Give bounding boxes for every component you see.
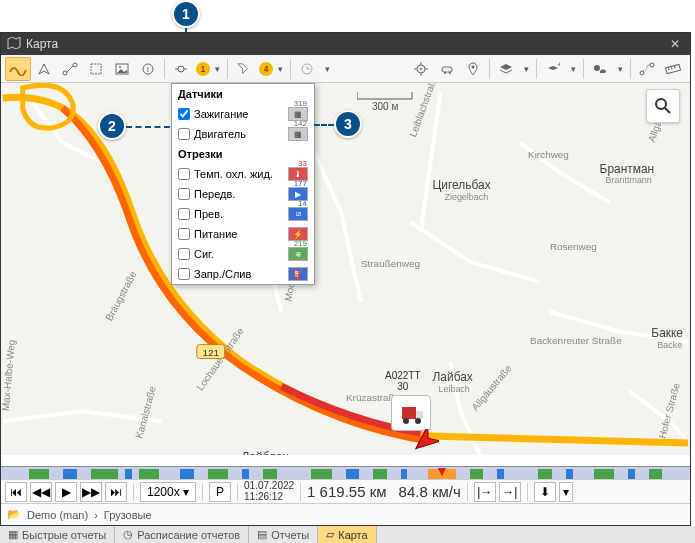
engine-label: Двигатель [194,128,246,140]
svg-line-59 [665,108,670,113]
dropdown-item-signal[interactable]: Сиг. 219≋ [172,244,314,264]
coolant-label: Темп. охл. жид. [194,168,273,180]
sensors-button[interactable] [168,57,194,81]
skip-end-button[interactable]: ⏭ [105,482,127,502]
doc-icon: ▤ [257,528,267,541]
svg-text:Bräugstraße: Bräugstraße [103,269,139,323]
dropdown-item-move[interactable]: Передв. 177▶ [172,184,314,204]
layers-button[interactable] [493,57,519,81]
svg-text:Kanalstraße: Kanalstraße [133,385,158,440]
svg-point-23 [594,65,600,71]
tab-map[interactable]: ▱Карта [318,526,376,543]
ruler-button[interactable] [660,57,686,81]
search-button[interactable] [646,89,680,123]
weather-dropdown-arrow[interactable]: ▾ [613,57,627,81]
dropdown-item-fuel[interactable]: Запр./Слив ⛽ [172,264,314,284]
svg-text:Backenreuter Straße: Backenreuter Straße [530,335,622,346]
jump-end-button[interactable]: →| [499,482,521,502]
tags-badge: 4 [259,62,273,76]
layers-plus-dropdown-arrow[interactable]: ▾ [566,57,580,81]
svg-line-28 [671,66,672,69]
target-button[interactable] [408,57,434,81]
sensors-dropdown-arrow[interactable]: ▾ [210,57,224,81]
playback-datetime: 01.07.2022 11:26:12 [244,481,294,502]
vehicle-marker[interactable] [391,395,431,431]
history-dropdown-arrow[interactable]: ▾ [320,57,334,81]
sensors-dropdown-panel: Датчики Зажигание 319▦ Двигатель 142▦ От… [171,83,315,285]
move-label: Передв. [194,188,235,200]
power-checkbox[interactable] [178,228,190,240]
map-canvas[interactable]: Straußenweg Rosenweg Kirchweg Backenreut… [1,83,690,455]
svg-text:Лайблах: Лайблах [242,450,289,455]
signal-badge-icon: 219≋ [288,247,308,261]
ignition-checkbox[interactable] [178,108,190,120]
over-checkbox[interactable] [178,208,190,220]
svg-point-58 [656,99,666,109]
svg-text:Kirchweg: Kirchweg [528,149,569,160]
layers-plus-button[interactable]: + [540,57,566,81]
svg-point-8 [178,66,184,72]
weather-button[interactable] [587,57,613,81]
direction-button[interactable] [31,57,57,81]
svg-point-13 [420,68,422,70]
svg-point-20 [449,72,451,74]
fuel-checkbox[interactable] [178,268,190,280]
download-button[interactable]: ⬇ [534,482,556,502]
svg-text:i: i [147,65,149,74]
tab-reports[interactable]: ▤Отчеты [249,526,318,543]
history-button[interactable] [294,57,320,81]
play-button[interactable]: ▶ [55,482,77,502]
svg-rect-3 [91,64,101,74]
tab-report-schedule[interactable]: ◷Расписание отчетов [115,526,249,543]
jump-next-button[interactable]: |→ [474,482,496,502]
svg-text:Branttmann: Branttmann [606,175,652,185]
speed-select[interactable]: 1200x ▾ [140,482,196,502]
over-label: Прев. [194,208,223,220]
fuel-badge-icon: ⛽ [288,267,308,281]
park-button[interactable]: P [209,482,231,502]
over-badge-icon: 14⧄ [288,207,308,221]
skip-start-button[interactable]: ⏮ [5,482,27,502]
dropdown-item-over[interactable]: Прев. 14⧄ [172,204,314,224]
engine-checkbox[interactable] [178,128,190,140]
tags-dropdown-arrow[interactable]: ▾ [273,57,287,81]
info-button[interactable]: i [135,57,161,81]
pin-button[interactable] [460,57,486,81]
dropdown-item-engine[interactable]: Двигатель 142▦ [172,124,314,144]
rewind-button[interactable]: ◀◀ [30,482,52,502]
coolant-checkbox[interactable] [178,168,190,180]
layers-dropdown-arrow[interactable]: ▾ [519,57,533,81]
route-button[interactable] [634,57,660,81]
breadcrumb-lvl2[interactable]: Грузовые [104,509,152,521]
svg-text:Ziegelbach: Ziegelbach [444,192,488,202]
svg-rect-61 [416,411,423,419]
forward-button[interactable]: ▶▶ [80,482,102,502]
svg-text:Allgäustraße: Allgäustraße [469,362,514,412]
vehicle-button[interactable] [434,57,460,81]
download-dropdown-arrow[interactable]: ▾ [559,482,573,502]
callout-2: 2 [98,112,126,140]
signal-checkbox[interactable] [178,248,190,260]
tags-button[interactable] [231,57,257,81]
svg-point-19 [444,72,446,74]
bounds-button[interactable] [83,57,109,81]
tab-quick-reports[interactable]: ▦Быстрые отчеты [0,526,115,543]
nodes-button[interactable] [57,57,83,81]
image-button[interactable] [109,57,135,81]
timeline[interactable]: ▼ [1,466,690,480]
svg-point-25 [650,63,654,67]
svg-rect-18 [442,67,452,72]
svg-text:Max-Halbe-Weg: Max-Halbe-Weg [1,339,17,411]
close-button[interactable]: ✕ [670,37,684,51]
move-checkbox[interactable] [178,188,190,200]
svg-text:+: + [557,62,560,69]
fuel-label: Запр./Слив [194,268,251,280]
track-shape-button[interactable] [5,57,31,81]
signal-label: Сиг. [194,248,214,260]
callout-2-line [126,126,170,128]
map-window: Карта ✕ i 1 ▾ 4 ▾ ▾ ▾ + ▾ ▾ [0,32,691,526]
svg-point-62 [403,418,409,424]
breadcrumb-lvl1[interactable]: Demo (man) [27,509,88,521]
playback-bar: ⏮ ◀◀ ▶ ▶▶ ⏭ 1200x ▾ P 01.07.2022 11:26:1… [1,479,690,503]
svg-text:Цигельбах: Цигельбах [433,178,491,192]
